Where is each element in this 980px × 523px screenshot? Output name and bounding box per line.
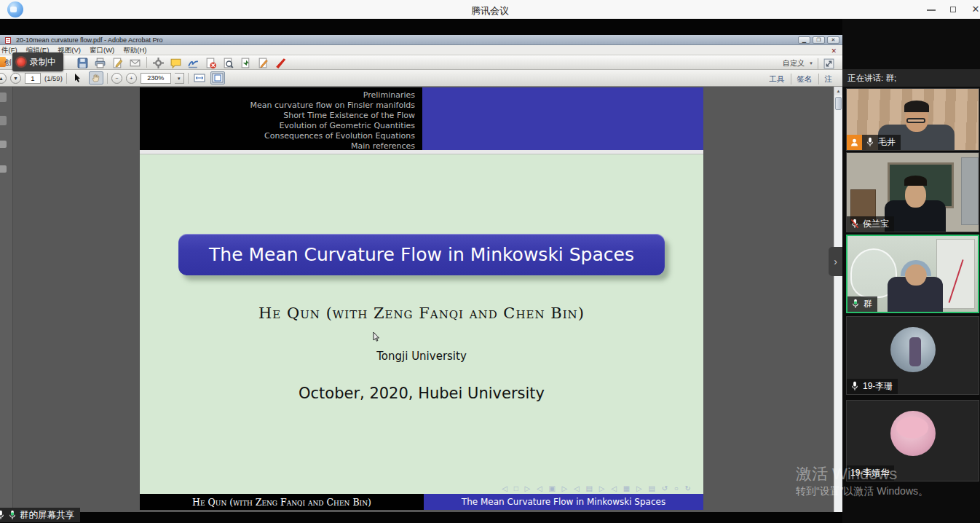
- form-icon[interactable]: [257, 57, 269, 68]
- zoom-in-button[interactable]: +: [126, 73, 137, 84]
- delete-pages-icon[interactable]: [205, 57, 217, 68]
- customize-button[interactable]: 自定义: [783, 58, 805, 68]
- gear-icon[interactable]: [152, 57, 165, 68]
- vertical-scrollbar[interactable]: ▲: [834, 87, 842, 512]
- acrobat-toolbar-main: 自定义 ▼: [0, 55, 842, 70]
- slide-footer-author: He Qun (with Zeng Fanqi and Chen Bin): [140, 494, 424, 510]
- zoom-dropdown-button[interactable]: ▼: [175, 73, 184, 84]
- zoom-level-input[interactable]: 230%: [141, 73, 171, 84]
- window-title: 腾讯会议: [0, 4, 980, 17]
- acrobat-menubar: 件(F) 编辑(E) 视图(V) 窗口(W) 帮助(H) ✕: [0, 45, 842, 55]
- search-document-icon[interactable]: [222, 57, 234, 68]
- comment-icon[interactable]: [170, 57, 182, 68]
- participant-avatar: [890, 411, 936, 456]
- acrobat-restore-button[interactable]: ❐: [813, 36, 825, 44]
- slide-date-line: October, 2020, Hubei University: [140, 385, 703, 402]
- restore-button[interactable]: [948, 4, 960, 15]
- attachments-icon[interactable]: [0, 141, 7, 148]
- presenter-badge-icon: [847, 135, 862, 150]
- mic-on-icon: [866, 137, 874, 148]
- acrobat-title: 20-10mean curvature flow.pdf - Adobe Acr…: [16, 35, 163, 45]
- menu-window[interactable]: 窗口(W): [90, 45, 114, 55]
- meeting-window: 腾讯会议 ✕ 20-10mean curvature flow.pdf - Ad…: [0, 0, 980, 523]
- minimize-icon: [927, 9, 936, 11]
- participant-tile[interactable]: 19-李珊: [846, 316, 979, 395]
- acrobat-nav-pane[interactable]: [0, 87, 13, 512]
- participant-avatar: [890, 327, 936, 372]
- page-number-input[interactable]: 1: [25, 73, 41, 84]
- scrollbar-thumb[interactable]: [835, 97, 842, 110]
- hand-icon: [91, 73, 101, 83]
- toc-item: Evolution of Geometric Quantities: [250, 121, 415, 131]
- slide-header-blue-panel: [422, 87, 703, 150]
- fit-width-button[interactable]: [192, 71, 207, 84]
- acrobat-titlebar[interactable]: 20-10mean curvature flow.pdf - Adobe Acr…: [0, 35, 842, 45]
- export-document-icon[interactable]: [240, 57, 252, 68]
- speaking-label: 正在讲话: 群;: [847, 74, 896, 82]
- slide-body: The Mean Curvature Flow in Minkowski Spa…: [140, 154, 703, 494]
- save-icon[interactable]: [76, 57, 89, 68]
- menu-help[interactable]: 帮助(H): [123, 45, 146, 55]
- mic-muted-icon: [850, 219, 859, 229]
- close-button[interactable]: ✕: [970, 4, 980, 15]
- mic-icon: [0, 510, 5, 521]
- scroll-up-icon[interactable]: ▲: [834, 87, 842, 95]
- tools-tab[interactable]: 工具: [770, 74, 785, 84]
- mic-on-icon: [850, 381, 859, 392]
- window-titlebar: 腾讯会议 ✕: [0, 0, 980, 19]
- participants-sidebar: 正在讲话: 群; ↩ 毛井: [842, 19, 980, 523]
- comment-tab[interactable]: 注: [825, 74, 833, 84]
- restore-icon: [950, 7, 956, 12]
- customize-caret-icon: ▼: [809, 61, 813, 66]
- recording-badge: 录制中: [12, 52, 63, 71]
- participant-tile-active[interactable]: 群: [846, 235, 979, 313]
- panel-expand-tab[interactable]: ›: [829, 247, 842, 276]
- select-tool-button[interactable]: [71, 71, 85, 84]
- page-thumbnails-icon[interactable]: [0, 93, 7, 102]
- menubar-close-icon[interactable]: ✕: [831, 46, 837, 56]
- edit-icon[interactable]: [111, 57, 124, 68]
- select-cursor-icon: [73, 73, 82, 83]
- highlight-pen-icon[interactable]: [274, 57, 287, 68]
- fit-page-button[interactable]: [210, 71, 225, 84]
- participant-tile[interactable]: 侯兰宝: [846, 152, 979, 232]
- toc-item: Mean curvature flow on Finsler manifolds: [250, 101, 415, 111]
- toc-item: Preliminaries: [250, 90, 415, 101]
- sign-tab[interactable]: 签名: [797, 74, 813, 84]
- print-icon[interactable]: [94, 57, 106, 68]
- participant-tile[interactable]: 毛井: [846, 88, 979, 151]
- acrobat-close-button[interactable]: ✕: [827, 36, 839, 44]
- page-count-label: (1/59): [44, 74, 63, 82]
- speaking-indicator: 正在讲话: 群; ↩: [842, 69, 980, 87]
- expand-toolbar-icon[interactable]: [823, 58, 835, 69]
- mic-speaking-icon: [851, 299, 860, 310]
- participant-name: 侯兰宝: [863, 218, 889, 230]
- participant-name: 毛井: [878, 136, 896, 149]
- toc-item: Consequences of Evolution Equations: [250, 131, 415, 141]
- slide-toc: Preliminaries Mean curvature flow on Fin…: [250, 90, 415, 152]
- acrobat-toolbar-nav: ▲ ▼ 1 (1/59) − + 230% ▼ 工具 签名 注: [0, 70, 842, 87]
- share-label-text: 群的屏幕共享: [20, 509, 74, 522]
- next-page-button[interactable]: ▼: [10, 73, 21, 84]
- pdf-slide: Preliminaries Mean curvature flow on Fin…: [140, 87, 703, 510]
- bookmarks-icon[interactable]: [0, 116, 7, 125]
- screen-share-label: 群的屏幕共享: [0, 508, 80, 522]
- recording-dot-icon: [17, 58, 25, 66]
- slide-affiliation: Tongji University: [140, 350, 703, 363]
- minimize-button[interactable]: [925, 4, 937, 15]
- mouse-cursor-icon: [373, 331, 381, 342]
- pdf-file-icon: [5, 37, 11, 44]
- zoom-out-button[interactable]: −: [111, 73, 122, 84]
- toc-item: Short Time Existence of the Flow: [250, 111, 415, 121]
- acrobat-minimize-button[interactable]: ▁: [798, 36, 810, 44]
- hand-tool-button[interactable]: [89, 71, 103, 84]
- windows-watermark-line1: 激活 Windows: [796, 463, 897, 485]
- signatures-icon[interactable]: [0, 165, 7, 173]
- signature-icon[interactable]: [187, 57, 199, 68]
- email-icon[interactable]: [129, 57, 141, 68]
- create-button-label[interactable]: 创: [4, 58, 12, 68]
- slide-footer-title: The Mean Curvature Flow in Minkowski Spa…: [424, 494, 703, 510]
- previous-page-button[interactable]: ▲: [0, 73, 7, 84]
- mic-speaking-icon: [8, 510, 17, 521]
- beamer-nav-symbols[interactable]: ◁ □ ▷ ◁ ▣ ▷ ◁ ▤ ▷ ◁ ▦ ▷ ▤ ↺ ○ ↻: [502, 484, 693, 492]
